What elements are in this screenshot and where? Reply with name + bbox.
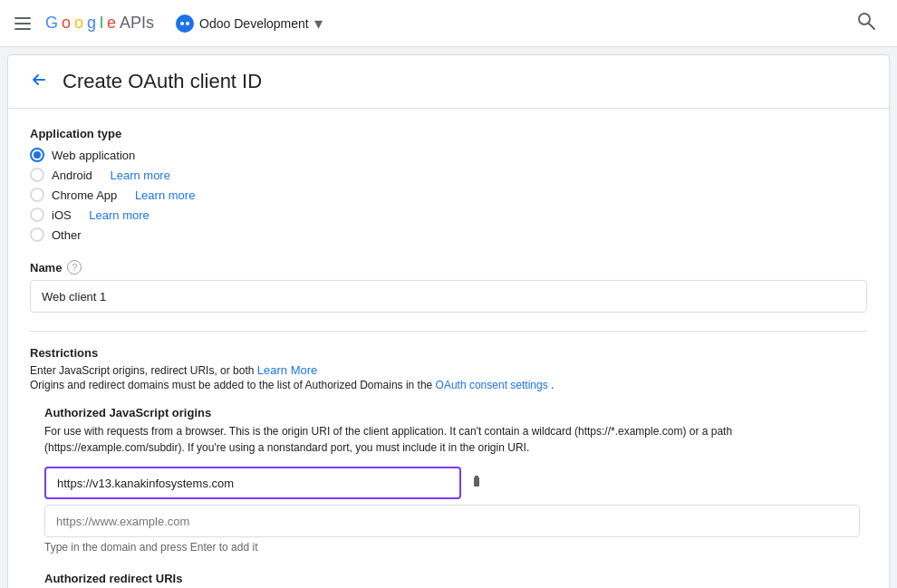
svg-rect-0 [14,17,31,19]
radio-chrome-circle [30,188,44,202]
radio-other-circle [30,227,44,242]
radio-ios-circle [30,207,44,222]
divider [30,331,867,332]
restrictions-learn-more[interactable]: Learn More [257,363,317,377]
radio-ios[interactable]: iOS Learn more [30,207,867,222]
page-title: Create OAuth client ID [63,70,262,93]
app-type-label: Application type [30,127,867,140]
name-help-icon[interactable]: ? [67,260,82,275]
svg-rect-1 [14,23,31,24]
js-origins-desc: For use with requests from a browser. Th… [30,423,867,456]
radio-android-label: Android [52,169,92,182]
form-content: Application type Web application Android… [8,109,889,588]
google-apis-logo: Google APIs [45,14,154,33]
js-origin-input-filled[interactable] [44,467,461,499]
name-input[interactable] [30,280,867,313]
project-selector[interactable]: Odoo Development ▾ [169,8,330,39]
chevron-down-icon: ▾ [314,14,323,34]
oauth-consent-link[interactable]: OAuth consent settings [436,379,548,391]
main-container: Create OAuth client ID Application type … [7,54,890,588]
radio-chrome-label: Chrome App [52,188,117,202]
name-section: Name ? [30,260,867,313]
search-icon[interactable] [850,5,883,42]
top-navigation: Google APIs Odoo Development ▾ [0,0,897,47]
js-origins-section: Authorized JavaScript origins For use wi… [30,406,867,554]
chrome-learn-more-link[interactable]: Learn more [135,188,195,202]
project-name: Odoo Development [199,16,309,31]
svg-rect-2 [14,28,31,30]
back-button[interactable] [30,71,48,93]
restrictions-section: Restrictions Enter JavaScript origins, r… [30,346,867,391]
application-type-section: Application type Web application Android… [30,127,867,242]
radio-web-application[interactable]: Web application [30,148,867,162]
radio-ios-label: iOS [52,208,72,222]
svg-point-5 [859,14,870,24]
radio-chrome-app[interactable]: Chrome App Learn more [30,188,867,202]
app-type-radio-group: Web application Android Learn more Chrom… [30,148,867,242]
restrictions-desc: Enter JavaScript origins, redirect URIs,… [30,363,867,377]
menu-icon[interactable] [14,17,31,30]
redirect-uris-section: Authorized redirect URIs For use with re… [30,572,867,588]
restrictions-note: Origins and redirect domains must be add… [30,379,867,391]
name-label: Name [30,261,62,275]
radio-other[interactable]: Other [30,227,867,242]
js-origin-input-empty[interactable] [44,505,860,537]
ios-learn-more-link[interactable]: Learn more [89,208,149,222]
js-origins-title: Authorized JavaScript origins [30,406,867,419]
project-icon [176,14,194,33]
radio-android[interactable]: Android Learn more [30,168,867,182]
radio-other-label: Other [52,228,82,242]
delete-icon[interactable] [468,473,485,494]
svg-point-3 [180,22,184,25]
radio-web-circle [30,148,44,162]
radio-android-circle [30,168,44,182]
svg-point-4 [186,22,189,25]
restrictions-title: Restrictions [30,346,867,360]
android-learn-more-link[interactable]: Learn more [110,169,169,182]
radio-web-label: Web application [52,149,135,162]
js-origin-hint: Type in the domain and press Enter to ad… [30,541,867,554]
page-header: Create OAuth client ID [8,55,889,109]
svg-line-6 [869,24,874,29]
redirect-title: Authorized redirect URIs [30,572,867,585]
